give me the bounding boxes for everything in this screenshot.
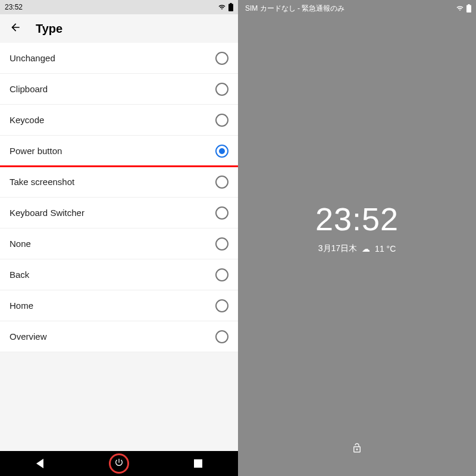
option-label: Keycode	[10, 115, 44, 125]
nav-back-button[interactable]	[27, 451, 52, 476]
date-weather: 3月17日木 ☁ 11 °C	[318, 243, 396, 254]
option-label: Overview	[10, 331, 47, 342]
radio-icon	[215, 299, 228, 312]
power-icon	[114, 458, 124, 469]
lock-screen: SIM カードなし - 緊急通報のみ 23:52 3月17日木 ☁ 11 °C	[238, 0, 476, 476]
lock-bottom	[238, 440, 476, 476]
option-label: Unchanged	[10, 53, 55, 63]
empty-area	[0, 352, 238, 451]
settings-screen: 23:52 Type Unchanged Clipboard Keycode	[0, 0, 238, 476]
status-time: 23:52	[5, 3, 23, 11]
nav-power-button[interactable]	[107, 451, 131, 476]
lock-content[interactable]: 23:52 3月17日木 ☁ 11 °C	[238, 14, 476, 440]
unlock-icon[interactable]	[352, 443, 362, 456]
status-icons	[218, 3, 233, 11]
option-clipboard[interactable]: Clipboard	[0, 74, 238, 105]
wifi-icon	[218, 4, 226, 11]
radio-icon	[215, 206, 228, 220]
navigation-bar	[0, 451, 238, 476]
option-label: Take screenshot	[10, 177, 74, 187]
date-text: 3月17日木	[318, 243, 357, 254]
option-label: None	[10, 239, 31, 249]
svg-rect-0	[228, 4, 233, 12]
back-arrow-icon[interactable]	[10, 21, 21, 36]
nav-back-icon	[36, 459, 43, 468]
option-none[interactable]: None	[0, 228, 238, 259]
page-title: Type	[36, 22, 62, 36]
option-overview[interactable]: Overview	[0, 321, 238, 352]
svg-rect-2	[466, 5, 471, 13]
option-take-screenshot[interactable]: Take screenshot	[0, 167, 238, 198]
sim-status-text: SIM カードなし - 緊急通報のみ	[245, 4, 345, 14]
option-label: Home	[10, 300, 33, 311]
option-label: Clipboard	[10, 84, 48, 94]
option-home[interactable]: Home	[0, 290, 238, 321]
nav-recent-button[interactable]	[186, 451, 211, 476]
battery-icon	[466, 4, 471, 12]
radio-icon	[215, 330, 228, 343]
option-label: Keyboard Switcher	[10, 208, 84, 218]
power-circle-highlight	[109, 453, 129, 474]
option-back[interactable]: Back	[0, 259, 238, 290]
option-keyboard-switcher[interactable]: Keyboard Switcher	[0, 198, 238, 228]
nav-recent-icon	[194, 459, 202, 468]
option-unchanged[interactable]: Unchanged	[0, 43, 238, 74]
status-icons	[456, 4, 471, 12]
status-bar: 23:52	[0, 0, 238, 14]
battery-icon	[228, 3, 233, 11]
wifi-icon	[456, 5, 464, 12]
svg-rect-1	[230, 3, 232, 4]
radio-icon	[215, 268, 228, 281]
clock-time: 23:52	[315, 201, 399, 237]
radio-icon	[215, 83, 228, 96]
radio-icon	[215, 176, 228, 189]
option-label: Power button	[10, 146, 62, 156]
radio-icon	[215, 52, 228, 65]
radio-icon	[215, 114, 228, 127]
option-keycode[interactable]: Keycode	[0, 105, 238, 136]
cloud-icon: ☁	[362, 244, 370, 253]
header: Type	[0, 14, 238, 43]
radio-icon	[215, 237, 228, 250]
radio-icon-selected	[215, 145, 228, 158]
temperature-text: 11 °C	[375, 244, 396, 253]
status-bar: SIM カードなし - 緊急通報のみ	[238, 0, 476, 14]
svg-rect-3	[468, 4, 470, 5]
option-label: Back	[10, 270, 29, 280]
options-list: Unchanged Clipboard Keycode Power button…	[0, 43, 238, 352]
option-power-button[interactable]: Power button	[0, 136, 238, 167]
